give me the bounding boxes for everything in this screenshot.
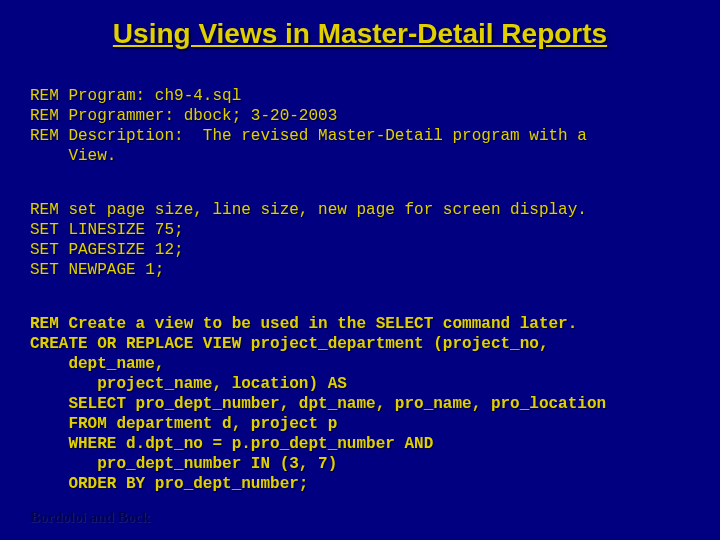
code-block-1: REM Program: ch9-4.sql REM Programmer: d…: [30, 66, 690, 166]
slide: Using Views in Master-Detail Reports REM…: [0, 0, 720, 540]
code-line: dept_name,: [30, 355, 164, 373]
code-line: SELECT pro_dept_number, dpt_name, pro_na…: [30, 395, 606, 413]
code-line: SET PAGESIZE 12;: [30, 241, 184, 259]
code-line: View.: [30, 147, 116, 165]
code-block-2: REM set page size, line size, new page f…: [30, 180, 690, 280]
code-line: ORDER BY pro_dept_number;: [30, 475, 308, 493]
code-line: project_name, location) AS: [30, 375, 347, 393]
page-title: Using Views in Master-Detail Reports: [30, 18, 690, 50]
code-line: REM Program: ch9-4.sql: [30, 87, 241, 105]
code-line: SET LINESIZE 75;: [30, 221, 184, 239]
footer-author: Bordoloi and Bock: [30, 509, 150, 526]
code-line: REM Programmer: dbock; 3-20-2003: [30, 107, 337, 125]
code-line: SET NEWPAGE 1;: [30, 261, 164, 279]
code-line: FROM department d, project p: [30, 415, 337, 433]
code-line: REM set page size, line size, new page f…: [30, 201, 587, 219]
code-block-3: REM Create a view to be used in the SELE…: [30, 294, 690, 494]
code-line: WHERE d.dpt_no = p.pro_dept_number AND: [30, 435, 433, 453]
code-line: REM Description: The revised Master-Deta…: [30, 127, 587, 145]
code-line: pro_dept_number IN (3, 7): [30, 455, 337, 473]
code-line: REM Create a view to be used in the SELE…: [30, 315, 577, 333]
code-line: CREATE OR REPLACE VIEW project_departmen…: [30, 335, 548, 353]
